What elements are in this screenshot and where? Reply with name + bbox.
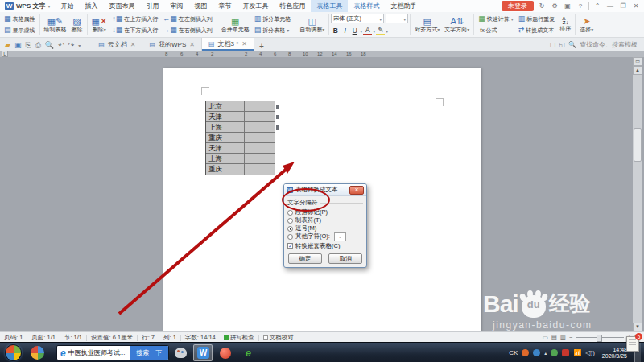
menu-tab-表格样式[interactable]: 表格样式 <box>348 0 385 12</box>
radio-option-逗号(M)[interactable]: 逗号(M) <box>287 224 363 232</box>
insert-row-below-button[interactable]: ↓▦在下方插入行 <box>109 25 160 35</box>
start-button[interactable] <box>5 344 22 361</box>
notification-clipboard[interactable]: 5 <box>626 336 639 352</box>
table-cell-empty[interactable] <box>245 143 275 154</box>
tray-green-icon[interactable] <box>551 349 558 356</box>
wps-taskbar-button[interactable]: W <box>193 344 213 361</box>
close-tab-icon[interactable]: ✕ <box>242 40 247 47</box>
undo-icon[interactable]: ↶ <box>58 41 64 49</box>
repeat-header-button[interactable]: ▥标题行重复 <box>516 14 558 24</box>
find-command-bar[interactable]: ▢ ◱ 🔍 查找命令、搜索模板 <box>550 40 644 51</box>
menu-tab-页面布局[interactable]: 页面布局 <box>103 0 140 12</box>
doc-tab-文档3 *[interactable]: ▤文档3 *✕ <box>202 38 254 51</box>
table-cell-city[interactable]: 上海 <box>206 154 245 164</box>
quick-calc-button[interactable]: ▦快速计算▾ <box>476 14 516 24</box>
wps-logo[interactable]: W WPS 文字 ▾ <box>0 2 55 10</box>
language-indicator[interactable]: CK <box>509 349 518 356</box>
sync-icon[interactable]: ↻ <box>537 2 547 10</box>
vertical-scrollbar[interactable]: ▭ ▲ ▼ <box>633 57 642 331</box>
tray-orange-icon[interactable] <box>522 349 529 356</box>
cancel-button[interactable]: 取消 <box>328 253 362 264</box>
table-cell-city[interactable]: 北京 <box>206 101 245 112</box>
close-tab-icon[interactable]: ✕ <box>189 41 195 48</box>
collapse-ribbon-icon[interactable]: ⌃ <box>592 2 602 10</box>
redo-icon[interactable]: ↷ <box>68 41 75 49</box>
new-document-tab-button[interactable]: + <box>254 42 269 51</box>
radio-option-段落标记(P)[interactable]: 段落标记(P) <box>287 208 363 216</box>
radio-option-其他字符(O):[interactable]: 其他字符(O):- <box>287 232 363 241</box>
close-tab-icon[interactable]: ✕ <box>130 41 136 48</box>
preview-icon[interactable]: 🔍 <box>45 41 54 49</box>
table-properties-button[interactable]: ▦表格属性 <box>2 14 38 24</box>
ok-button[interactable]: 确定 <box>288 253 322 264</box>
save-icon[interactable]: ▣ <box>14 41 22 49</box>
taskbar-search-text[interactable]: 中医执业医师考试... <box>68 348 126 357</box>
read-view-icon[interactable]: ▭ <box>543 334 548 341</box>
delete-button[interactable]: ▦✕删除▾ <box>89 13 110 36</box>
show-gridlines-button[interactable]: ▤显示虚线 <box>2 25 38 35</box>
menu-tab-审阅[interactable]: 审阅 <box>164 0 188 12</box>
doc-tab-我的WPS[interactable]: ▤我的WPS✕ <box>142 38 202 51</box>
menu-tab-章节[interactable]: 章节 <box>213 0 237 12</box>
tray-expand-icon[interactable]: ▴ <box>544 350 547 356</box>
close-button[interactable]: ✕ <box>631 2 641 10</box>
select-button[interactable]: ➤选择▾ <box>577 13 596 36</box>
menu-tab-视图[interactable]: 视图 <box>188 0 213 12</box>
browser-green-button[interactable]: e <box>238 344 258 361</box>
settings-gear-icon[interactable]: ⚙ <box>550 2 559 10</box>
scroll-up-button[interactable]: ▲ <box>633 66 642 75</box>
menu-tab-特色应用[interactable]: 特色应用 <box>274 0 311 12</box>
other-char-input[interactable]: - <box>334 232 346 241</box>
insert-row-above-button[interactable]: ↑▦在上方插入行 <box>109 14 160 24</box>
menu-tab-开始[interactable]: 开始 <box>55 0 79 12</box>
table-cell-empty[interactable] <box>245 164 275 175</box>
scroll-down-button[interactable]: ▼ <box>633 323 642 331</box>
web-view-icon[interactable]: ▥ <box>560 334 566 341</box>
table-cell-city[interactable]: 天津 <box>206 143 245 154</box>
alignment-button[interactable]: ▤对齐方式▾ <box>412 13 442 36</box>
table-cell-empty[interactable] <box>245 101 275 112</box>
insert-col-right-button[interactable]: →▦在右侧插入列 <box>160 25 215 35</box>
table-cell-city[interactable]: 天津 <box>206 112 245 122</box>
insert-col-left-button[interactable]: ←▦在左侧插入列 <box>160 14 215 24</box>
highlight-button[interactable]: ✎ <box>376 26 385 35</box>
page-view-icon[interactable]: ▤ <box>551 334 557 341</box>
chevron-down-icon[interactable]: ▾ <box>78 43 80 48</box>
zoom-out-button[interactable]: − <box>569 334 572 341</box>
taskbar-search-button[interactable]: 搜索一下 <box>130 346 168 360</box>
eraser-button[interactable]: ▨擦除 <box>69 13 85 36</box>
table-cell-city[interactable]: 上海 <box>206 122 245 133</box>
paint-app-button[interactable] <box>171 344 190 361</box>
split-table-button[interactable]: ▤拆分表格▾ <box>252 25 294 35</box>
autofit-button[interactable]: ◫自动调整▾ <box>297 13 327 36</box>
help-icon[interactable]: ? <box>576 2 585 10</box>
export-icon[interactable]: ⎘ <box>25 41 31 49</box>
zoom-slider[interactable] <box>576 337 624 338</box>
draw-table-button[interactable]: ▦✎绘制表格 <box>42 13 69 36</box>
login-button[interactable]: 未登录 <box>502 1 534 11</box>
split-cells-button[interactable]: ▥拆分单元格 <box>252 14 294 24</box>
formula-button[interactable]: fx 公式 <box>476 25 516 35</box>
print-icon[interactable]: ⎙ <box>35 41 41 49</box>
scrollbar-thumb[interactable] <box>634 128 642 162</box>
menu-tab-开发工具[interactable]: 开发工具 <box>237 0 274 12</box>
table-cell-empty[interactable] <box>245 112 275 122</box>
message-icon[interactable]: ▣ <box>563 2 572 10</box>
restore-button[interactable]: ❐ <box>618 2 628 10</box>
merge-cells-button[interactable]: ▦合并单元格 <box>219 13 252 36</box>
network-icon[interactable]: 📶 <box>573 349 581 356</box>
font-name-select[interactable]: 宋体 (正文)▾ <box>331 14 384 23</box>
text-direction-button[interactable]: A⇅文字方向▾ <box>442 13 472 36</box>
font-color-button[interactable]: A <box>363 26 372 35</box>
menu-tab-引用[interactable]: 引用 <box>140 0 164 12</box>
dialog-close-button[interactable]: ✕ <box>349 186 364 195</box>
zoom-slider-knob[interactable] <box>597 335 602 342</box>
ruler-toggle-button[interactable]: ▭ <box>633 57 642 66</box>
proofread-status[interactable]: 文档校对 <box>259 334 298 342</box>
tray-blue-icon[interactable] <box>533 349 540 356</box>
open-icon[interactable]: ▰ <box>5 41 10 49</box>
tray-shield-icon[interactable] <box>562 349 569 356</box>
nested-table-checkbox[interactable]: ✓ 转换嵌套表格(C) <box>287 241 363 250</box>
table-cell-empty[interactable] <box>245 122 275 133</box>
spell-check-status[interactable]: 拼写检查 <box>220 334 258 342</box>
